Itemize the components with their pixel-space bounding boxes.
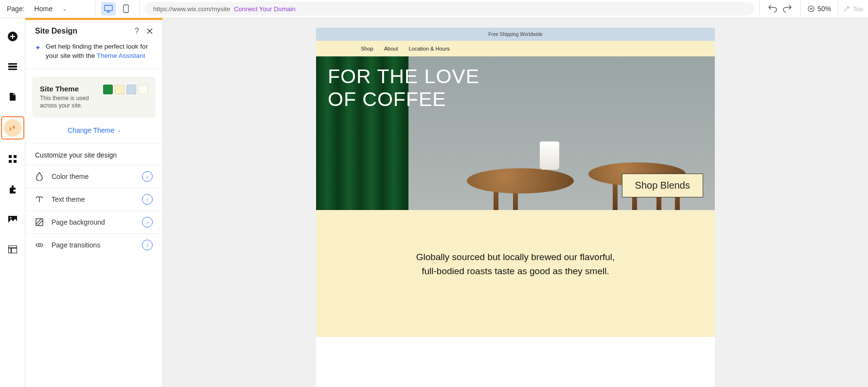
- chevron-right-icon: ›: [142, 194, 153, 205]
- svg-point-4: [125, 11, 126, 12]
- nav-link-shop[interactable]: Shop: [361, 46, 373, 52]
- plugins-button[interactable]: [4, 180, 21, 198]
- svg-rect-17: [14, 160, 17, 163]
- nav-link-about[interactable]: About: [384, 46, 398, 52]
- swatch-1: [103, 85, 113, 94]
- undo-button[interactable]: [768, 5, 777, 13]
- desktop-view-button[interactable]: [101, 2, 116, 16]
- swatch-3: [126, 85, 136, 94]
- shop-blends-button[interactable]: Shop Blends: [622, 174, 703, 197]
- theme-swatches: [103, 85, 148, 94]
- svg-rect-13: [8, 69, 17, 70]
- connect-domain-link[interactable]: Connect Your Domain: [234, 5, 295, 13]
- page-value: Home: [35, 5, 53, 13]
- wand-icon: [843, 5, 850, 12]
- mobile-view-button[interactable]: [119, 2, 133, 16]
- page-transitions-row[interactable]: Page transitions ›: [25, 233, 162, 256]
- close-button[interactable]: [147, 28, 153, 34]
- hero-section: FOR THE LOVEOF COFFEE Shop Blends: [316, 56, 715, 210]
- svg-line-30: [36, 219, 41, 224]
- svg-rect-15: [14, 155, 17, 158]
- droplet-icon: [35, 172, 44, 181]
- svg-rect-20: [8, 246, 17, 253]
- tools-button[interactable]: Too: [838, 0, 868, 18]
- url-bar[interactable]: https://www.wix.com/mysite Connect Your …: [144, 2, 754, 16]
- page-selector[interactable]: Page: Home ⌄: [0, 0, 95, 18]
- hero-cup: [540, 141, 559, 170]
- option-label: Text theme: [52, 195, 85, 203]
- svg-rect-11: [8, 63, 17, 65]
- tagline-section: Globally sourced but locally brewed our …: [316, 210, 715, 337]
- theme-assistant-hint: ✦ Get help finding the perfect look for …: [25, 42, 162, 69]
- tagline-text: Globally sourced but locally brewed our …: [413, 250, 618, 279]
- site-nav: Shop About Location & Hours: [316, 41, 715, 56]
- zoom-value: 50%: [817, 5, 831, 13]
- sections-button[interactable]: [4, 58, 21, 75]
- hero-heading: FOR THE LOVEOF COFFEE: [328, 65, 479, 111]
- theme-assistant-link[interactable]: Theme Assistant: [97, 52, 145, 59]
- site-theme-card: Site Theme This theme is used across you…: [32, 77, 156, 118]
- chevron-right-icon: ›: [142, 217, 153, 228]
- svg-rect-29: [36, 219, 43, 226]
- zoom-control[interactable]: 50%: [801, 0, 838, 18]
- history-controls: [760, 0, 800, 18]
- apps-button[interactable]: [4, 150, 21, 168]
- panel-title: Site Design: [35, 27, 77, 35]
- redo-button[interactable]: [783, 5, 792, 13]
- option-label: Color theme: [52, 173, 89, 180]
- site-theme-title: Site Theme: [40, 85, 97, 93]
- swatch-4: [138, 85, 148, 94]
- color-theme-row[interactable]: Color theme ›: [25, 165, 162, 188]
- background-icon: [35, 218, 44, 227]
- add-button[interactable]: [4, 28, 21, 45]
- svg-rect-32: [38, 244, 40, 246]
- change-theme-link[interactable]: Change Theme›: [68, 126, 120, 134]
- option-label: Page background: [52, 218, 105, 226]
- page-label: Page:: [7, 5, 25, 13]
- device-switcher: [95, 0, 139, 18]
- site-design-button[interactable]: [4, 119, 21, 137]
- sparkle-icon: ✦: [35, 43, 41, 61]
- text-icon: [35, 195, 44, 204]
- media-button[interactable]: [4, 211, 21, 228]
- text-theme-row[interactable]: Text theme ›: [25, 188, 162, 211]
- url-text: https://www.wix.com/mysite: [153, 5, 230, 13]
- transitions-icon: [35, 241, 44, 249]
- cms-button[interactable]: [4, 241, 21, 258]
- option-label: Page transitions: [52, 241, 100, 249]
- svg-rect-14: [9, 155, 12, 158]
- nav-link-location[interactable]: Location & Hours: [408, 46, 449, 52]
- zoom-icon: [808, 5, 815, 12]
- svg-rect-16: [9, 160, 12, 163]
- chevron-right-icon: ›: [118, 128, 120, 134]
- tools-label: Too: [853, 5, 863, 13]
- customize-heading: Customize your site design: [25, 143, 162, 165]
- site-preview[interactable]: Free Shipping Worldwide Shop About Locat…: [316, 28, 715, 387]
- help-button[interactable]: ?: [135, 27, 139, 35]
- chevron-right-icon: ›: [142, 171, 153, 182]
- pages-button[interactable]: [4, 88, 21, 106]
- editor-canvas[interactable]: Free Shipping Worldwide Shop About Locat…: [163, 18, 868, 387]
- svg-line-31: [37, 220, 43, 226]
- announcement-bar: Free Shipping Worldwide: [316, 28, 715, 41]
- svg-rect-12: [8, 66, 17, 68]
- swatch-2: [115, 85, 124, 94]
- site-theme-desc: This theme is used across your site.: [40, 95, 97, 110]
- chevron-right-icon: ›: [142, 240, 153, 250]
- page-background-row[interactable]: Page background ›: [25, 211, 162, 233]
- left-rail: [0, 18, 25, 387]
- svg-rect-0: [105, 5, 112, 11]
- top-toolbar: Page: Home ⌄ https://www.wix.com/mysite …: [0, 0, 868, 18]
- hero-table: [467, 168, 574, 194]
- url-area: https://www.wix.com/mysite Connect Your …: [140, 0, 759, 18]
- svg-point-19: [10, 217, 11, 219]
- site-design-panel: Site Design ? ✦ Get help finding the per…: [25, 18, 163, 387]
- chevron-down-icon: ⌄: [62, 5, 67, 12]
